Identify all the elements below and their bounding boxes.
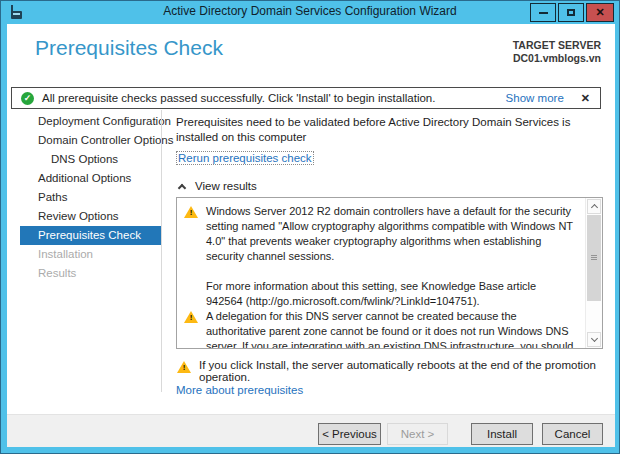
reboot-warning-text: If you click Install, the server automat… <box>199 359 607 383</box>
warning-paragraph: A delegation for this DNS server cannot … <box>206 309 574 348</box>
warning-triangle-icon <box>184 206 198 218</box>
sidebar-item-deployment-configuration[interactable]: Deployment Configuration <box>20 112 161 131</box>
scrollbar-grip-icon <box>591 255 597 260</box>
paragraph-gap <box>206 264 574 279</box>
warning-triangle-icon <box>184 311 198 323</box>
close-icon: ✕ <box>595 7 604 18</box>
sidebar-item-paths[interactable]: Paths <box>20 188 161 207</box>
button-bar: < Previous Next > Install Cancel <box>7 414 615 447</box>
next-button: Next > <box>387 423 448 445</box>
chevron-up-icon <box>178 183 186 191</box>
previous-button[interactable]: < Previous <box>318 423 381 445</box>
banner-message: All prerequisite checks passed successfu… <box>42 92 435 104</box>
sidebar-item-results: Results <box>20 264 161 283</box>
sidebar-item-domain-controller-options[interactable]: Domain Controller Options <box>20 131 161 150</box>
banner-close-icon[interactable]: ✕ <box>581 92 590 105</box>
warning-paragraph: Windows Server 2012 R2 domain controller… <box>206 204 574 264</box>
close-button[interactable]: ✕ <box>586 3 614 22</box>
scroll-down-button[interactable] <box>587 332 601 347</box>
title-bar: Active Directory Domain Services Configu… <box>1 1 619 24</box>
chevron-down-icon <box>590 335 597 342</box>
results-content: Windows Server 2012 R2 domain controller… <box>177 198 585 348</box>
target-server-name: DC01.vmblogs.vn <box>513 52 601 65</box>
status-banner: ✓ All prerequisite checks passed success… <box>11 87 601 109</box>
maximize-button[interactable] <box>558 3 584 22</box>
more-about-prerequisites-link[interactable]: More about prerequisites <box>176 384 303 396</box>
results-box[interactable]: Windows Server 2012 R2 domain controller… <box>176 197 603 349</box>
install-button[interactable]: Install <box>471 423 533 445</box>
cancel-button[interactable]: Cancel <box>542 423 603 445</box>
view-results-toggle[interactable]: View results <box>179 180 257 192</box>
results-scrollbar[interactable] <box>585 198 602 348</box>
scrollbar-thumb[interactable] <box>587 215 601 301</box>
target-server-label: TARGET SERVER <box>513 39 601 52</box>
sidebar-item-additional-options[interactable]: Additional Options <box>20 169 161 188</box>
warning-text: A delegation for this DNS server cannot … <box>206 309 574 348</box>
wizard-content: Prerequisites Check TARGET SERVER DC01.v… <box>7 24 615 447</box>
rerun-prerequisites-link[interactable]: Rerun prerequisites check <box>176 151 314 165</box>
sidebar-divider <box>161 110 162 392</box>
success-check-icon: ✓ <box>21 92 34 105</box>
sidebar-item-installation: Installation <box>20 245 161 264</box>
wizard-window: Active Directory Domain Services Configu… <box>0 0 620 454</box>
warning-paragraph: For more information about this setting,… <box>206 279 574 309</box>
target-server-block: TARGET SERVER DC01.vmblogs.vn <box>513 39 601 65</box>
maximize-icon <box>567 9 575 16</box>
sidebar-item-review-options[interactable]: Review Options <box>20 207 161 226</box>
warning-item: Windows Server 2012 R2 domain controller… <box>184 204 580 309</box>
warning-text: Windows Server 2012 R2 domain controller… <box>206 204 574 309</box>
wizard-steps-sidebar: Deployment Configuration Domain Controll… <box>20 112 161 283</box>
sidebar-item-prerequisites-check[interactable]: Prerequisites Check <box>20 226 161 245</box>
page-title: Prerequisites Check <box>35 36 223 60</box>
warning-item: A delegation for this DNS server cannot … <box>184 309 580 348</box>
scroll-up-button[interactable] <box>587 199 601 214</box>
sidebar-item-dns-options[interactable]: DNS Options <box>20 150 161 169</box>
window-controls: ✕ <box>530 3 614 22</box>
view-results-label: View results <box>195 180 257 192</box>
warning-triangle-icon <box>177 361 191 373</box>
minimize-button[interactable] <box>530 3 556 22</box>
reboot-warning: If you click Install, the server automat… <box>177 359 607 383</box>
intro-text: Prerequisites need to be validated befor… <box>176 115 594 145</box>
window-title: Active Directory Domain Services Configu… <box>1 4 619 18</box>
show-more-link[interactable]: Show more <box>506 92 564 104</box>
chevron-up-icon <box>590 204 597 211</box>
minimize-icon <box>539 12 548 14</box>
